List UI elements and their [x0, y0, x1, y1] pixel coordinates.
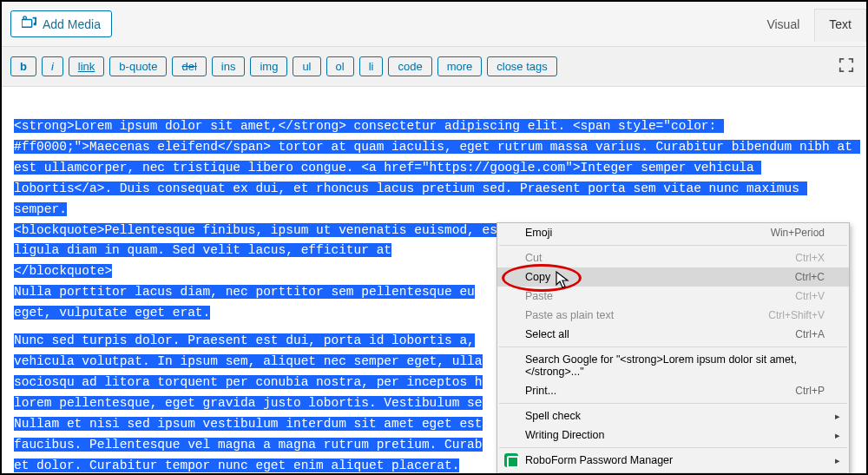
qt-ol[interactable]: ol: [326, 56, 354, 76]
svg-rect-0: [22, 19, 32, 27]
qt-bold[interactable]: b: [10, 56, 36, 76]
cm-spell-check[interactable]: Spell check: [497, 406, 849, 426]
qt-img[interactable]: img: [250, 56, 287, 76]
roboform-icon: [504, 453, 518, 467]
add-media-label: Add Media: [43, 17, 101, 31]
qt-ins[interactable]: ins: [212, 56, 246, 76]
add-media-button[interactable]: Add Media: [10, 10, 112, 37]
qt-ul[interactable]: ul: [293, 56, 320, 76]
context-menu: EmojiWin+Period CutCtrl+X CopyCtrl+C Pas…: [496, 222, 850, 475]
qt-link[interactable]: link: [69, 56, 105, 76]
cm-roboform[interactable]: RoboForm Password Manager: [497, 451, 849, 470]
cm-search-google[interactable]: Search Google for "<strong>Lorem ipsum d…: [497, 350, 849, 381]
qt-code[interactable]: code: [388, 56, 431, 76]
camera-music-icon: [22, 16, 37, 32]
editor-top-bar: Add Media Visual Text: [2, 2, 866, 47]
qt-close-tags[interactable]: close tags: [487, 56, 557, 76]
editor-tabs: Visual Text: [752, 2, 866, 41]
qt-blockquote[interactable]: b-quote: [109, 56, 167, 76]
qt-del[interactable]: del: [172, 56, 206, 76]
cm-paste-plain[interactable]: Paste as plain textCtrl+Shift+V: [497, 306, 849, 325]
cm-print[interactable]: Print...Ctrl+P: [497, 381, 849, 400]
cm-writing-direction[interactable]: Writing Direction: [497, 426, 849, 445]
tab-visual[interactable]: Visual: [752, 9, 814, 41]
svg-point-1: [23, 16, 27, 20]
selected-text: <strong>Lorem ipsum dolor sit amet,</str…: [14, 119, 860, 216]
fullscreen-icon[interactable]: [835, 54, 858, 79]
qt-more[interactable]: more: [437, 56, 483, 76]
cm-select-all[interactable]: Select allCtrl+A: [497, 325, 849, 344]
quicktags-toolbar: b i link b-quote del ins img ul ol li co…: [2, 47, 866, 87]
cm-copy[interactable]: CopyCtrl+C: [497, 267, 849, 287]
qt-li[interactable]: li: [359, 56, 384, 76]
cm-paste[interactable]: PasteCtrl+V: [497, 287, 849, 306]
cm-emoji[interactable]: EmojiWin+Period: [497, 223, 849, 242]
cm-cut[interactable]: CutCtrl+X: [497, 248, 849, 267]
qt-italic[interactable]: i: [42, 56, 63, 76]
tab-text[interactable]: Text: [814, 9, 866, 42]
